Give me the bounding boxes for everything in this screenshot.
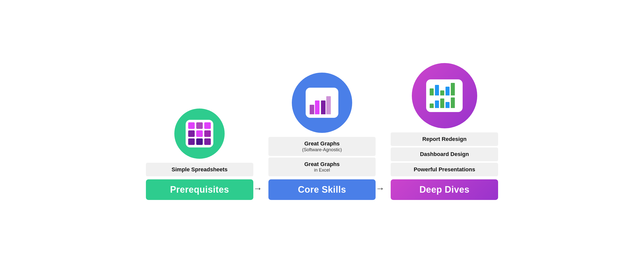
- simple-spreadsheets-box: Simple Spreadsheets: [146, 163, 253, 176]
- dash-bar-4: [446, 87, 450, 95]
- cell-2: [196, 122, 203, 129]
- deep-dives-column: Report Redesign Dashboard Design Powerfu…: [391, 63, 498, 200]
- prerequisites-icon-circle: [174, 109, 225, 159]
- prerequisites-bar: Prerequisites: [146, 179, 253, 200]
- dash-bar-1: [430, 88, 434, 95]
- great-graphs-excel-subtitle: in Excel: [273, 168, 371, 173]
- bar-2b: [326, 96, 331, 114]
- bar-1b: [315, 100, 319, 114]
- core-skills-icon-circle: [292, 73, 352, 133]
- core-skills-bar: Core Skills: [268, 179, 376, 200]
- cell-8: [196, 138, 203, 145]
- dash-bar-5: [451, 83, 455, 95]
- arrow-2-container: →: [376, 184, 391, 200]
- deep-dives-bar: Deep Dives: [391, 179, 498, 200]
- core-skills-courses: Great Graphs (Software-Agnostic) Great G…: [268, 137, 376, 176]
- arrow-2-icon: →: [376, 184, 385, 193]
- bar-group-1: [310, 100, 319, 114]
- bar-1a: [310, 105, 314, 114]
- dash-row-1: [430, 83, 459, 95]
- bar-group-2: [321, 96, 331, 114]
- powerful-presentations-box: Powerful Presentations: [391, 163, 498, 176]
- dash-bar-10: [451, 97, 455, 108]
- prerequisites-column: Simple Spreadsheets Prerequisites: [146, 109, 253, 200]
- spreadsheet-icon: [186, 120, 213, 147]
- dashboard-design-title: Dashboard Design: [396, 151, 493, 157]
- arrow-1-icon: →: [253, 184, 262, 193]
- great-graphs-agnostic-subtitle: (Software-Agnostic): [273, 147, 371, 152]
- bar-2a: [321, 100, 326, 114]
- main-container: Simple Spreadsheets Prerequisites →: [146, 63, 498, 200]
- prerequisites-courses: Simple Spreadsheets: [146, 163, 253, 176]
- cell-7: [188, 138, 195, 145]
- dash-bar-6: [430, 103, 434, 108]
- bar-chart-icon: [306, 88, 338, 118]
- cell-4: [188, 130, 195, 137]
- report-redesign-title: Report Redesign: [396, 136, 493, 142]
- simple-spreadsheets-title: Simple Spreadsheets: [151, 166, 248, 173]
- deep-dives-icon-circle: [412, 63, 477, 128]
- bar-chart-bars: [310, 91, 334, 114]
- dash-bar-8: [440, 98, 444, 108]
- report-redesign-box: Report Redesign: [391, 132, 498, 146]
- core-skills-column: Great Graphs (Software-Agnostic) Great G…: [268, 73, 376, 200]
- great-graphs-excel-title: Great Graphs: [273, 161, 371, 168]
- great-graphs-agnostic-title: Great Graphs: [273, 140, 371, 147]
- cell-6: [204, 130, 211, 137]
- dashboard-icon: [426, 79, 463, 112]
- cell-3: [204, 122, 211, 129]
- dash-bar-3: [440, 90, 444, 95]
- great-graphs-excel-box: Great Graphs in Excel: [268, 157, 376, 176]
- dash-row-2: [430, 97, 459, 108]
- dash-bar-9: [446, 102, 450, 108]
- cell-1: [188, 122, 195, 129]
- arrow-1-container: →: [253, 184, 268, 200]
- great-graphs-agnostic-box: Great Graphs (Software-Agnostic): [268, 137, 376, 156]
- dash-bar-2: [435, 85, 439, 95]
- deep-dives-courses: Report Redesign Dashboard Design Powerfu…: [391, 132, 498, 176]
- cell-5: [196, 130, 203, 137]
- dashboard-design-box: Dashboard Design: [391, 147, 498, 161]
- dash-bar-7: [435, 100, 439, 108]
- cell-9: [204, 138, 211, 145]
- powerful-presentations-title: Powerful Presentations: [396, 166, 493, 173]
